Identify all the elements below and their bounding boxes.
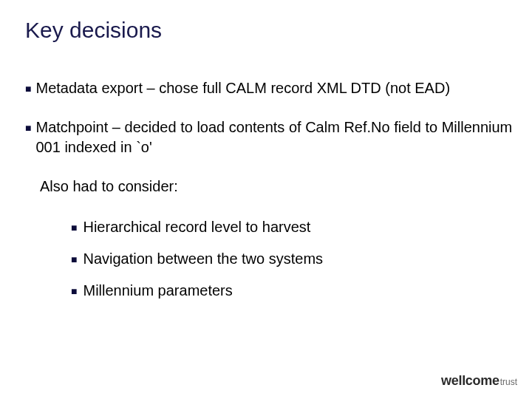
bullet-item: ■ Metadata export – chose full CALM reco… bbox=[25, 78, 532, 98]
square-bullet-icon: ■ bbox=[71, 253, 77, 267]
square-bullet-icon: ■ bbox=[71, 221, 77, 235]
bullet-text: Metadata export – chose full CALM record… bbox=[35, 78, 450, 98]
bullet-item: ■ Matchpoint – decided to load contents … bbox=[25, 117, 532, 157]
sub-bullet-text: Millennium parameters bbox=[83, 281, 232, 301]
sub-bullet-item: ■ Navigation between the two systems bbox=[71, 249, 532, 269]
sub-bullet-item: ■ Hierarchical record level to harvest bbox=[71, 217, 532, 237]
logo-main-text: wellcome bbox=[441, 373, 499, 389]
consider-label: Also had to consider: bbox=[40, 177, 532, 197]
sub-bullet-text: Navigation between the two systems bbox=[83, 249, 323, 269]
wellcome-trust-logo: wellcome trust bbox=[441, 373, 517, 389]
square-bullet-icon: ■ bbox=[71, 284, 77, 299]
logo-sub-text: trust bbox=[500, 377, 517, 387]
sub-bullet-text: Hierarchical record level to harvest bbox=[83, 217, 310, 237]
square-bullet-icon: ■ bbox=[25, 82, 31, 96]
slide: Key decisions ■ Metadata export – chose … bbox=[0, 0, 532, 399]
square-bullet-icon: ■ bbox=[25, 121, 31, 135]
page-title: Key decisions bbox=[25, 18, 532, 43]
sub-bullet-item: ■ Millennium parameters bbox=[71, 281, 532, 301]
sub-bullet-list: ■ Hierarchical record level to harvest ■… bbox=[71, 217, 532, 301]
bullet-text: Matchpoint – decided to load contents of… bbox=[35, 117, 532, 157]
